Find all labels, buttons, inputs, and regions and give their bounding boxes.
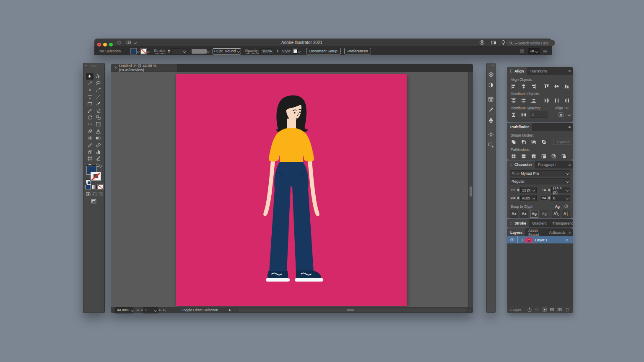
next-artboard-icon[interactable]: ▶ (159, 308, 161, 312)
trim-button[interactable] (520, 153, 527, 159)
color-panel-icon[interactable] (488, 71, 494, 78)
tab-transform[interactable]: Transform (527, 67, 550, 75)
stroke-color-swatch[interactable] (141, 49, 146, 54)
font-family-field[interactable]: Myriad Pro (510, 170, 570, 176)
appearance-panel-icon[interactable] (488, 131, 494, 138)
workspace-layout-icon[interactable] (126, 40, 132, 45)
blend-tool[interactable] (94, 142, 102, 148)
close-window-button[interactable] (97, 43, 101, 47)
gradient-button[interactable] (92, 185, 97, 189)
horizontal-scrollbar[interactable] (238, 308, 467, 312)
expand-panels-icon[interactable]: « (492, 64, 494, 67)
expand-layer-icon[interactable] (520, 238, 523, 241)
stroke-indicator[interactable] (91, 172, 101, 181)
document-tab[interactable]: × Untitled-1* @ 44.09 % (RGB/Preview) (111, 64, 177, 72)
tab-pathfinder[interactable]: Pathfinder (507, 123, 532, 131)
collect-for-export-button[interactable] (527, 307, 533, 313)
style-chevron-icon[interactable] (298, 50, 301, 53)
stroke-weight-field[interactable] (171, 48, 188, 54)
workspace-chevron-icon[interactable] (133, 41, 136, 44)
scale-tool[interactable] (94, 114, 102, 121)
symbol-sprayer-tool[interactable] (86, 149, 93, 155)
tracking-field[interactable]: 0 (551, 195, 570, 201)
opacity-flyout-icon[interactable] (275, 50, 278, 53)
stroke-weight-label[interactable]: Stroke: (154, 49, 166, 54)
artboard-tool[interactable] (86, 155, 93, 162)
tab-artboards[interactable]: Artboards (546, 228, 569, 236)
direct-selection-tool[interactable] (94, 73, 102, 80)
snap-to-baseline-button[interactable]: Ax (510, 210, 518, 217)
line-segment-tool[interactable] (94, 94, 102, 100)
workspace-switcher-button[interactable] (528, 48, 540, 54)
discover-bulb-icon[interactable] (501, 40, 506, 45)
first-artboard-icon[interactable]: |◀ (136, 308, 139, 312)
magic-wand-tool[interactable] (86, 80, 93, 86)
vertical-scroll-thumb[interactable] (470, 186, 472, 197)
paintbrush-tool[interactable] (94, 101, 102, 107)
exclude-button[interactable] (540, 139, 547, 145)
snap-to-angular-guides-button[interactable]: A╲ (552, 210, 560, 217)
tab-gradient[interactable]: Gradient (529, 219, 550, 228)
collapse-toolbar-icon[interactable]: « (85, 64, 87, 67)
selection-tool[interactable] (86, 73, 93, 80)
info-icon[interactable] (564, 204, 569, 209)
mesh-tool[interactable] (86, 135, 93, 141)
eraser-tool[interactable] (94, 108, 102, 114)
shape-builder-tool[interactable] (86, 128, 93, 134)
horizontal-distribute-space-button[interactable] (520, 111, 527, 118)
snap-to-x-height-button[interactable]: Ax (520, 210, 528, 217)
opacity-label[interactable]: Opacity: (245, 49, 259, 54)
width-profile-chevron-icon[interactable] (207, 50, 210, 53)
previous-artboard-icon[interactable]: ◀ (140, 308, 143, 312)
curvature-tool[interactable] (94, 87, 102, 93)
snap-to-anchor-point-button[interactable]: A│ (562, 210, 570, 217)
perspective-grid-tool[interactable] (94, 128, 102, 134)
kerning-field[interactable]: Auto (520, 195, 537, 201)
horizontal-align-right-button[interactable] (530, 83, 537, 89)
shaper-tool[interactable] (86, 108, 93, 114)
stroke-weight-stepper[interactable] (168, 49, 170, 53)
status-display[interactable]: Toggle Direct Selection (182, 308, 218, 312)
minus-front-button[interactable] (520, 139, 527, 145)
tab-align[interactable]: Align (507, 67, 527, 75)
account-icon[interactable] (479, 40, 485, 45)
color-button[interactable] (86, 185, 91, 189)
unite-button[interactable] (510, 139, 517, 145)
fill-chevron-icon[interactable] (136, 50, 139, 53)
intersect-button[interactable] (530, 139, 537, 145)
horizontal-align-left-button[interactable] (510, 83, 517, 89)
vertical-distribute-space-button[interactable] (510, 111, 517, 118)
symbols-panel-icon[interactable] (488, 117, 494, 124)
draw-behind-icon[interactable] (91, 191, 97, 197)
vertical-align-bottom-button[interactable] (563, 83, 570, 89)
font-size-field[interactable]: 12 pt (520, 187, 537, 193)
vertical-distribute-center-button[interactable] (520, 97, 527, 103)
variable-width-profile-field[interactable] (192, 49, 207, 54)
control-menu-icon[interactable] (543, 49, 548, 54)
font-size-stepper[interactable] (517, 189, 519, 192)
font-style-field[interactable]: Regular (510, 178, 570, 184)
tab-layers[interactable]: Layers (507, 228, 525, 236)
swatches-panel-icon[interactable] (488, 96, 494, 103)
home-icon[interactable] (117, 40, 122, 45)
crop-button[interactable] (540, 153, 547, 159)
graphic-styles-panel-icon[interactable] (488, 142, 494, 148)
snap-glyph-mini-button[interactable]: Ag (555, 204, 560, 209)
minus-back-button[interactable] (560, 153, 567, 159)
free-transform-tool[interactable] (94, 121, 102, 127)
pathfinder-panel-menu-icon[interactable]: ≡ (569, 123, 573, 131)
artboard[interactable] (176, 74, 407, 306)
align-panel-menu-icon[interactable]: ≡ (569, 67, 573, 75)
status-flyout-icon[interactable]: ▶ (229, 308, 231, 312)
kerning-stepper[interactable] (517, 197, 519, 200)
close-tab-icon[interactable]: × (114, 65, 117, 70)
tab-asset-export[interactable]: Asset Export (525, 228, 546, 236)
make-clipping-mask-button[interactable] (542, 307, 548, 313)
fill-color-swatch[interactable] (131, 49, 136, 54)
horizontal-scroll-thumb[interactable] (347, 309, 354, 311)
layer-visibility-cell[interactable] (507, 237, 517, 243)
arrange-documents-icon[interactable] (519, 49, 525, 54)
document-setup-button[interactable]: Document Setup (306, 48, 341, 54)
layer-thumbnail[interactable] (525, 238, 532, 243)
style-swatch[interactable] (293, 49, 298, 54)
